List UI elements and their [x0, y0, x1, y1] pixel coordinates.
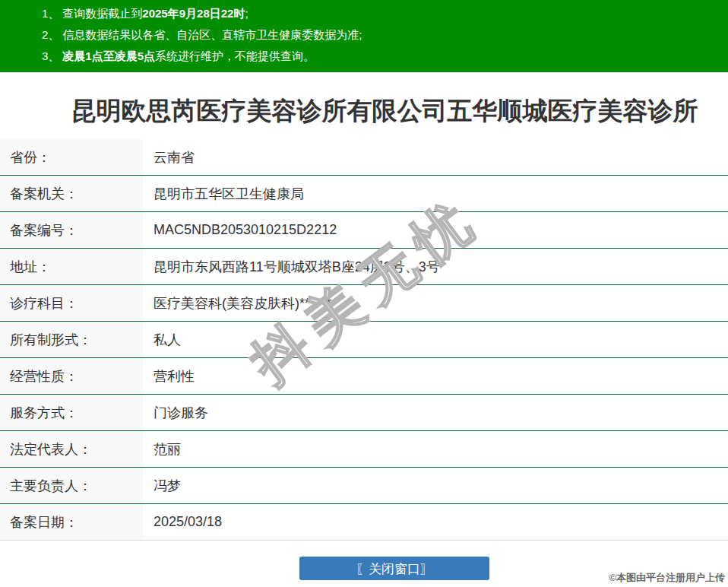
row-label: 经营性质： [0, 358, 143, 394]
row-label: 法定代表人： [0, 431, 143, 467]
row-label: 主要负责人： [0, 468, 143, 503]
row-value: 云南省 [143, 139, 728, 175]
row-label: 服务方式： [0, 395, 143, 430]
notice-text: 查询数据截止到 [62, 7, 142, 20]
notice-item-2: 2、信息数据结果以各省、自治区、直辖市卫生健康委数据为准; [0, 24, 728, 46]
row-value: 冯梦 [143, 468, 728, 503]
notice-text: 系统进行维护，不能提供查询。 [155, 49, 315, 62]
notice-number: 3、 [42, 49, 59, 62]
row-value: 私人 [143, 322, 728, 357]
notice-item-3: 3、凌晨1点至凌晨5点系统进行维护，不能提供查询。 [0, 46, 728, 67]
row-label: 诊疗科目： [0, 285, 143, 321]
row-label: 省份： [0, 139, 143, 175]
row-value: 2025/03/18 [143, 504, 728, 540]
page-title: 昆明欧思芮医疗美容诊所有限公司五华顺城医疗美容诊所 [47, 97, 722, 125]
close-window-button[interactable]: 〖关闭窗口〗 [299, 557, 489, 580]
row-value: 范丽 [143, 431, 728, 467]
corner-watermark: ©本图由平台注册用户上传 [609, 571, 725, 585]
row-value: 医疗美容科(美容皮肤科)****** [143, 285, 728, 321]
notice-bold-text: 2025年9月28日22时 [142, 7, 245, 20]
notice-text: 信息数据结果以各省、自治区、直辖市卫生健康委数据为准; [62, 28, 362, 41]
table-row-9: 法定代表人：范丽 [0, 431, 728, 468]
notice-text: ; [245, 7, 248, 20]
row-value: 昆明市五华区卫生健康局 [143, 176, 728, 211]
row-value: MAC5NDB2053010215D2212 [143, 212, 728, 248]
row-value: 昆明市东风西路11号顺城双塔B座24层2号、3号 [143, 249, 728, 284]
notice-banner: 1、查询数据截止到2025年9月28日22时;2、信息数据结果以各省、自治区、直… [0, 0, 728, 72]
notice-item-1: 1、查询数据截止到2025年9月28日22时; [0, 3, 728, 24]
notice-list: 1、查询数据截止到2025年9月28日22时;2、信息数据结果以各省、自治区、直… [0, 3, 728, 67]
notice-number: 2、 [42, 28, 59, 41]
row-value: 营利性 [143, 358, 728, 394]
table-row-3: 备案编号：MAC5NDB2053010215D2212 [0, 212, 728, 249]
table-row-1: 省份：云南省 [0, 139, 728, 176]
table-row-11: 备案日期：2025/03/18 [0, 504, 728, 541]
table-row-5: 诊疗科目：医疗美容科(美容皮肤科)****** [0, 285, 728, 322]
row-label: 地址： [0, 249, 143, 284]
row-label: 备案日期： [0, 504, 143, 540]
row-label: 备案编号： [0, 212, 143, 248]
table-row-4: 地址：昆明市东风西路11号顺城双塔B座24层2号、3号 [0, 249, 728, 285]
info-table: 省份：云南省备案机关：昆明市五华区卫生健康局备案编号：MAC5NDB205301… [0, 139, 728, 541]
notice-bold-text: 凌晨1点至凌晨5点 [62, 49, 155, 62]
table-row-7: 经营性质：营利性 [0, 358, 728, 395]
row-value: 门诊服务 [143, 395, 728, 430]
table-row-8: 服务方式：门诊服务 [0, 395, 728, 431]
notice-number: 1、 [42, 7, 59, 20]
row-label: 所有制形式： [0, 322, 143, 357]
table-row-6: 所有制形式：私人 [0, 322, 728, 358]
table-row-10: 主要负责人：冯梦 [0, 468, 728, 504]
row-label: 备案机关： [0, 176, 143, 211]
table-row-2: 备案机关：昆明市五华区卫生健康局 [0, 176, 728, 212]
